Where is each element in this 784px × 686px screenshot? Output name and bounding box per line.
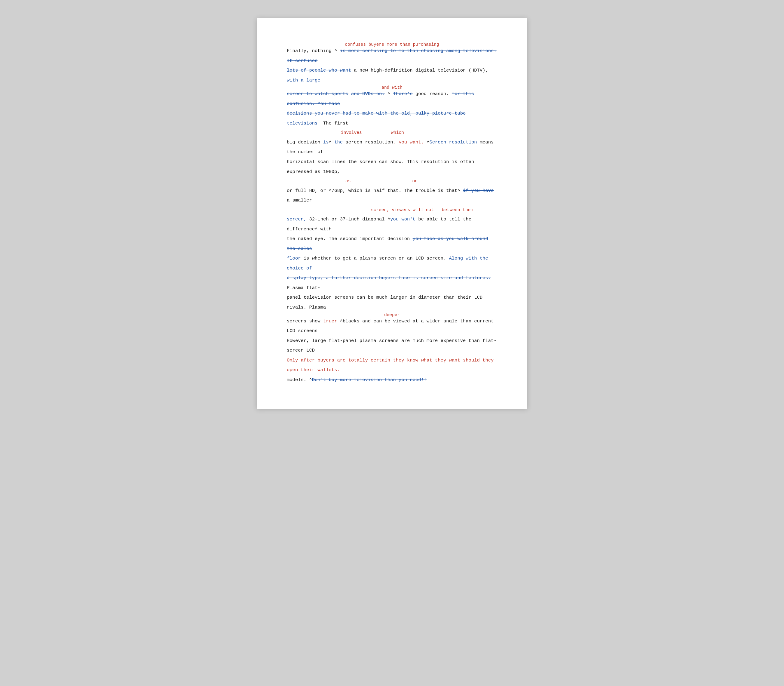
line-12: panel television screens can be much lar… [287,292,497,312]
line-8: screen, 32-inch or 37-inch diagonal ^you… [287,214,497,234]
line-5: big decision is^ the screen resolution, … [287,137,497,157]
line-insert-wallets: Only after buyers are totally certain th… [287,356,497,375]
insertions-row-2: as on [287,176,497,186]
insertions-row-3: screen, viewers will not between them [287,206,497,214]
line-6: horizontal scan lines the screen can sho… [287,157,497,176]
line-4: decisions you never had to make with the… [287,109,497,128]
line-14: However, large flat-panel plasma screens… [287,336,497,356]
line-11: display type, a further decision buyers … [287,273,497,292]
line-2: lots of people who want a new high-defin… [287,65,497,85]
essay-text: confuses buyers more than purchasing Fin… [287,42,497,385]
line-3: screen to watch sports and DVDs on. ^ Th… [287,89,497,109]
line-13: screens show truer ^blacks and can be vi… [287,316,497,336]
line-10: floor is whether to get a plasma screen … [287,253,497,273]
insertions-row-1: involves which [287,128,497,137]
line-7: or full HD, or ^768p, which is half that… [287,186,497,206]
line-15: models. ^Don't buy more television than … [287,375,497,385]
line-1: Finally, nothing ^ is more confusing to … [287,46,497,65]
document-page: confuses buyers more than purchasing Fin… [257,18,527,409]
line-9: the naked eye. The second important deci… [287,234,497,253]
